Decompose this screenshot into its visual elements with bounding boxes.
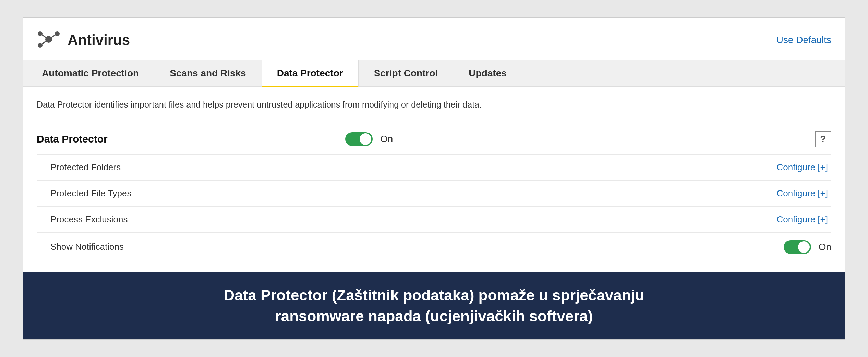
help-button[interactable]: ? (815, 131, 831, 147)
show-notifications-toggle-area: On (784, 240, 831, 254)
protected-folders-label: Protected Folders (50, 162, 776, 173)
data-protector-toggle[interactable] (345, 132, 373, 146)
show-notifications-label: Show Notifications (50, 242, 784, 252)
protected-file-types-row: Protected File Types Configure [+] (37, 180, 831, 206)
protected-file-types-label: Protected File Types (50, 188, 776, 199)
tab-automatic-protection[interactable]: Automatic Protection (26, 60, 154, 86)
process-exclusions-label: Process Exclusions (50, 214, 776, 225)
main-card: Antivirus Use Defaults Automatic Protect… (23, 17, 845, 340)
header: Antivirus Use Defaults (23, 18, 845, 60)
protected-file-types-configure-link[interactable]: Configure [+] (776, 188, 828, 199)
tab-scans-and-risks[interactable]: Scans and Risks (154, 60, 262, 86)
tab-updates[interactable]: Updates (453, 60, 522, 86)
antivirus-logo-icon (37, 27, 61, 53)
content-area: Data Protector identifies important file… (23, 87, 845, 272)
bottom-banner: Data Protector (Zaštitnik podataka) poma… (23, 272, 845, 339)
process-exclusions-row: Process Exclusions Configure [+] (37, 206, 831, 232)
use-defaults-link[interactable]: Use Defaults (776, 35, 831, 46)
data-protector-section-row: Data Protector On ? (37, 124, 831, 154)
protected-folders-configure-link[interactable]: Configure [+] (776, 162, 828, 173)
data-protector-title: Data Protector (37, 133, 242, 145)
show-notifications-row: Show Notifications On (37, 232, 831, 261)
outer-wrapper: Antivirus Use Defaults Automatic Protect… (0, 0, 868, 357)
show-notifications-toggle[interactable] (784, 240, 811, 254)
tab-data-protector[interactable]: Data Protector (262, 60, 359, 87)
protected-folders-row: Protected Folders Configure [+] (37, 154, 831, 180)
data-protector-toggle-label: On (380, 134, 393, 145)
app-title: Antivirus (68, 32, 130, 48)
tab-script-control[interactable]: Script Control (359, 60, 454, 86)
process-exclusions-configure-link[interactable]: Configure [+] (776, 214, 828, 225)
description-text: Data Protector identifies important file… (37, 98, 831, 111)
tabs-bar: Automatic Protection Scans and Risks Dat… (23, 60, 845, 87)
data-protector-toggle-area: On (345, 132, 393, 146)
bottom-banner-text: Data Protector (Zaštitnik podataka) poma… (50, 285, 818, 327)
header-left: Antivirus (37, 27, 130, 53)
show-notifications-toggle-label: On (819, 242, 831, 253)
